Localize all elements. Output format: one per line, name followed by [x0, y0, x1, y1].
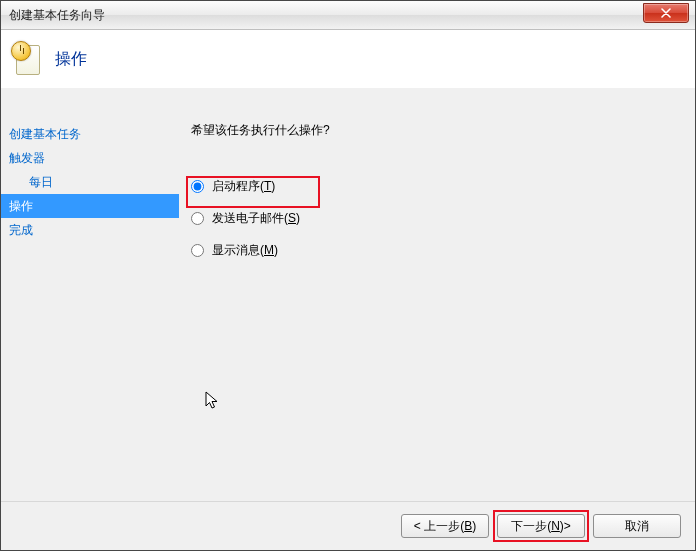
wizard-footer: < 上一步(B) 下一步(N) > 取消	[1, 501, 695, 550]
step-create-basic-task[interactable]: 创建基本任务	[1, 122, 179, 146]
step-action[interactable]: 操作	[1, 194, 179, 218]
page-title: 操作	[55, 49, 87, 70]
close-button[interactable]	[643, 3, 689, 23]
back-button[interactable]: < 上一步(B)	[401, 514, 489, 538]
option-label: 发送电子邮件(S)	[212, 210, 300, 227]
close-icon	[661, 8, 671, 18]
option-send-email[interactable]: 发送电子邮件(S)	[191, 207, 685, 229]
wizard-header: 操作	[1, 30, 695, 89]
wizard-window: 创建基本任务向导 操作 创建基本任务 触发器 每日 操作 完成 希望该任务执行什…	[0, 0, 696, 551]
step-trigger-daily[interactable]: 每日	[1, 170, 179, 194]
option-label: 显示消息(M)	[212, 242, 278, 259]
titlebar: 创建基本任务向导	[1, 1, 695, 30]
option-display-message[interactable]: 显示消息(M)	[191, 239, 685, 261]
prompt-text: 希望该任务执行什么操作?	[191, 122, 685, 139]
radio-send-email[interactable]	[191, 212, 204, 225]
radio-display-message[interactable]	[191, 244, 204, 257]
task-scheduler-icon	[13, 43, 45, 75]
step-trigger[interactable]: 触发器	[1, 146, 179, 170]
radio-start-program[interactable]	[191, 180, 204, 193]
step-finish[interactable]: 完成	[1, 218, 179, 242]
next-button[interactable]: 下一步(N) >	[497, 514, 585, 538]
cancel-button[interactable]: 取消	[593, 514, 681, 538]
option-label: 启动程序(T)	[212, 178, 275, 195]
wizard-steps-sidebar: 创建基本任务 触发器 每日 操作 完成	[1, 88, 179, 502]
wizard-content: 希望该任务执行什么操作? 启动程序(T) 发送电子邮件(S) 显示消息(M)	[179, 88, 685, 502]
wizard-body: 创建基本任务 触发器 每日 操作 完成 希望该任务执行什么操作? 启动程序(T)…	[1, 88, 695, 502]
window-title: 创建基本任务向导	[9, 7, 105, 24]
option-start-program[interactable]: 启动程序(T)	[191, 175, 685, 197]
